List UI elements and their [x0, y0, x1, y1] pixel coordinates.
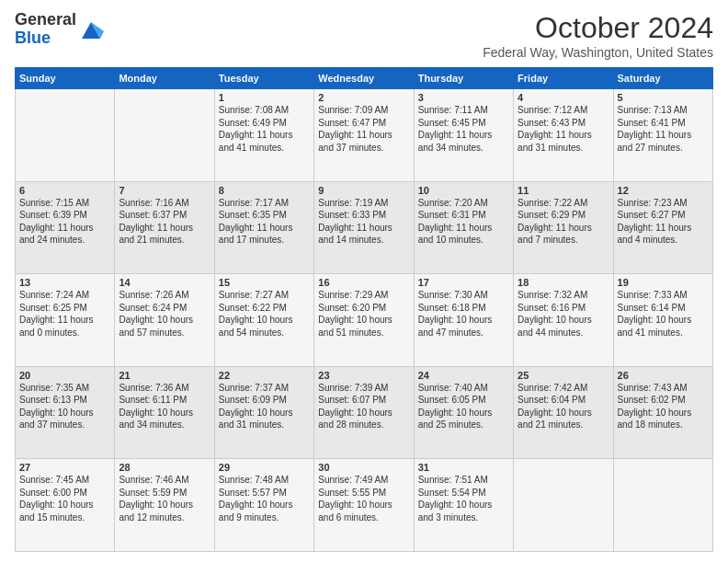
- day-number: 27: [19, 462, 110, 473]
- day-cell: 31Sunrise: 7:51 AM Sunset: 5:54 PM Dayli…: [414, 459, 513, 552]
- day-number: 13: [19, 277, 110, 288]
- week-row-0: 1Sunrise: 7:08 AM Sunset: 6:49 PM Daylig…: [16, 89, 713, 182]
- day-cell: 16Sunrise: 7:29 AM Sunset: 6:20 PM Dayli…: [314, 274, 414, 367]
- day-cell: 18Sunrise: 7:32 AM Sunset: 6:16 PM Dayli…: [514, 274, 613, 367]
- day-info: Sunrise: 7:42 AM Sunset: 6:04 PM Dayligh…: [518, 382, 609, 431]
- day-cell: 26Sunrise: 7:43 AM Sunset: 6:02 PM Dayli…: [613, 366, 712, 459]
- day-number: 25: [518, 370, 609, 381]
- logo-blue: Blue: [15, 29, 76, 48]
- day-number: 7: [119, 185, 210, 196]
- day-info: Sunrise: 7:43 AM Sunset: 6:02 PM Dayligh…: [618, 382, 709, 431]
- week-row-1: 6Sunrise: 7:15 AM Sunset: 6:39 PM Daylig…: [16, 181, 713, 274]
- day-cell: [613, 459, 712, 552]
- day-cell: 1Sunrise: 7:08 AM Sunset: 6:49 PM Daylig…: [214, 89, 313, 182]
- day-cell: 30Sunrise: 7:49 AM Sunset: 5:55 PM Dayli…: [314, 459, 414, 552]
- day-number: 26: [618, 370, 709, 381]
- day-number: 1: [219, 92, 310, 103]
- day-number: 2: [318, 92, 409, 103]
- day-cell: 10Sunrise: 7:20 AM Sunset: 6:31 PM Dayli…: [414, 181, 513, 274]
- day-number: 28: [119, 462, 210, 473]
- day-number: 19: [618, 277, 709, 288]
- day-number: 12: [618, 185, 709, 196]
- day-number: 14: [119, 277, 210, 288]
- location: Federal Way, Washington, United States: [483, 45, 713, 60]
- day-cell: 19Sunrise: 7:33 AM Sunset: 6:14 PM Dayli…: [613, 274, 712, 367]
- day-info: Sunrise: 7:33 AM Sunset: 6:14 PM Dayligh…: [618, 289, 709, 339]
- day-number: 5: [618, 92, 709, 103]
- day-info: Sunrise: 7:09 AM Sunset: 6:47 PM Dayligh…: [318, 104, 409, 154]
- day-cell: 5Sunrise: 7:13 AM Sunset: 6:41 PM Daylig…: [613, 89, 712, 182]
- day-info: Sunrise: 7:11 AM Sunset: 6:45 PM Dayligh…: [418, 104, 509, 154]
- header-sunday: Sunday: [16, 68, 115, 89]
- title-block: October 2024 Federal Way, Washington, Un…: [483, 11, 713, 60]
- day-info: Sunrise: 7:16 AM Sunset: 6:37 PM Dayligh…: [119, 197, 210, 247]
- day-number: 15: [219, 277, 310, 288]
- header: General Blue October 2024 Federal Way, W…: [15, 11, 713, 60]
- week-row-3: 20Sunrise: 7:35 AM Sunset: 6:13 PM Dayli…: [16, 366, 713, 459]
- day-info: Sunrise: 7:13 AM Sunset: 6:41 PM Dayligh…: [618, 104, 709, 154]
- day-number: 22: [219, 370, 310, 381]
- month-title: October 2024: [483, 11, 713, 45]
- day-info: Sunrise: 7:35 AM Sunset: 6:13 PM Dayligh…: [19, 382, 110, 431]
- day-info: Sunrise: 7:23 AM Sunset: 6:27 PM Dayligh…: [618, 197, 709, 247]
- day-number: 4: [518, 92, 609, 103]
- day-number: 29: [219, 462, 310, 473]
- day-info: Sunrise: 7:45 AM Sunset: 6:00 PM Dayligh…: [19, 474, 110, 523]
- day-number: 17: [418, 277, 509, 288]
- day-cell: 15Sunrise: 7:27 AM Sunset: 6:22 PM Dayli…: [214, 274, 313, 367]
- day-cell: 17Sunrise: 7:30 AM Sunset: 6:18 PM Dayli…: [414, 274, 513, 367]
- logo-icon: [78, 17, 104, 42]
- logo-text: General Blue: [15, 11, 76, 48]
- day-cell: [16, 89, 115, 182]
- day-info: Sunrise: 7:37 AM Sunset: 6:09 PM Dayligh…: [219, 382, 310, 431]
- days-row: Sunday Monday Tuesday Wednesday Thursday…: [16, 68, 713, 89]
- day-info: Sunrise: 7:36 AM Sunset: 6:11 PM Dayligh…: [119, 382, 210, 431]
- day-info: Sunrise: 7:20 AM Sunset: 6:31 PM Dayligh…: [418, 197, 509, 247]
- day-number: 8: [219, 185, 310, 196]
- day-cell: 28Sunrise: 7:46 AM Sunset: 5:59 PM Dayli…: [115, 459, 214, 552]
- day-cell: 20Sunrise: 7:35 AM Sunset: 6:13 PM Dayli…: [16, 366, 115, 459]
- day-info: Sunrise: 7:46 AM Sunset: 5:59 PM Dayligh…: [119, 474, 210, 523]
- day-info: Sunrise: 7:22 AM Sunset: 6:29 PM Dayligh…: [518, 197, 609, 247]
- day-cell: 24Sunrise: 7:40 AM Sunset: 6:05 PM Dayli…: [414, 366, 513, 459]
- header-monday: Monday: [115, 68, 214, 89]
- day-cell: 7Sunrise: 7:16 AM Sunset: 6:37 PM Daylig…: [115, 181, 214, 274]
- day-number: 23: [318, 370, 409, 381]
- day-cell: 8Sunrise: 7:17 AM Sunset: 6:35 PM Daylig…: [214, 181, 313, 274]
- day-cell: 13Sunrise: 7:24 AM Sunset: 6:25 PM Dayli…: [16, 274, 115, 367]
- day-number: 31: [418, 462, 509, 473]
- header-tuesday: Tuesday: [214, 68, 313, 89]
- logo-general: General: [15, 11, 76, 29]
- day-number: 16: [318, 277, 409, 288]
- calendar-body: 1Sunrise: 7:08 AM Sunset: 6:49 PM Daylig…: [16, 89, 713, 552]
- day-info: Sunrise: 7:19 AM Sunset: 6:33 PM Dayligh…: [318, 197, 409, 247]
- day-cell: 2Sunrise: 7:09 AM Sunset: 6:47 PM Daylig…: [314, 89, 414, 182]
- day-number: 10: [418, 185, 509, 196]
- header-saturday: Saturday: [613, 68, 712, 89]
- day-info: Sunrise: 7:15 AM Sunset: 6:39 PM Dayligh…: [19, 197, 110, 247]
- day-number: 6: [19, 185, 110, 196]
- day-info: Sunrise: 7:17 AM Sunset: 6:35 PM Dayligh…: [219, 197, 310, 247]
- day-number: 11: [518, 185, 609, 196]
- day-number: 20: [19, 370, 110, 381]
- day-cell: 22Sunrise: 7:37 AM Sunset: 6:09 PM Dayli…: [214, 366, 313, 459]
- day-cell: 4Sunrise: 7:12 AM Sunset: 6:43 PM Daylig…: [514, 89, 613, 182]
- day-cell: 9Sunrise: 7:19 AM Sunset: 6:33 PM Daylig…: [314, 181, 414, 274]
- day-number: 30: [318, 462, 409, 473]
- week-row-2: 13Sunrise: 7:24 AM Sunset: 6:25 PM Dayli…: [16, 274, 713, 367]
- day-info: Sunrise: 7:08 AM Sunset: 6:49 PM Dayligh…: [219, 104, 310, 154]
- day-cell: 25Sunrise: 7:42 AM Sunset: 6:04 PM Dayli…: [514, 366, 613, 459]
- day-info: Sunrise: 7:27 AM Sunset: 6:22 PM Dayligh…: [219, 289, 310, 339]
- header-wednesday: Wednesday: [314, 68, 414, 89]
- day-info: Sunrise: 7:39 AM Sunset: 6:07 PM Dayligh…: [318, 382, 409, 431]
- day-number: 3: [418, 92, 509, 103]
- page: General Blue October 2024 Federal Way, W…: [0, 0, 728, 563]
- day-cell: [514, 459, 613, 552]
- day-info: Sunrise: 7:26 AM Sunset: 6:24 PM Dayligh…: [119, 289, 210, 339]
- calendar-table: Sunday Monday Tuesday Wednesday Thursday…: [15, 67, 713, 552]
- day-number: 24: [418, 370, 509, 381]
- day-info: Sunrise: 7:24 AM Sunset: 6:25 PM Dayligh…: [19, 289, 110, 339]
- day-cell: 27Sunrise: 7:45 AM Sunset: 6:00 PM Dayli…: [16, 459, 115, 552]
- day-cell: 29Sunrise: 7:48 AM Sunset: 5:57 PM Dayli…: [214, 459, 313, 552]
- day-info: Sunrise: 7:30 AM Sunset: 6:18 PM Dayligh…: [418, 289, 509, 339]
